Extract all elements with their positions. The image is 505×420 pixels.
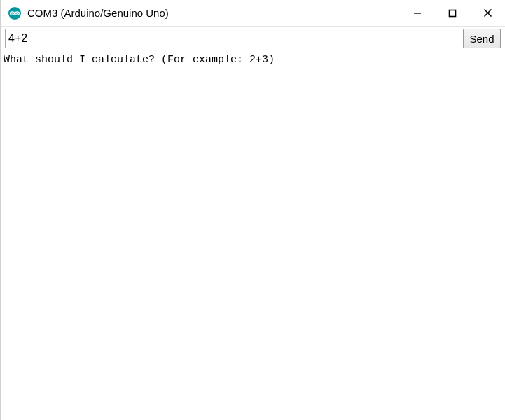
- input-bar: Send: [1, 27, 505, 50]
- minimize-button[interactable]: [400, 0, 435, 26]
- svg-rect-7: [450, 10, 456, 16]
- svg-line-8: [484, 10, 491, 17]
- serial-output: What should I calculate? (For example: 2…: [1, 50, 505, 420]
- serial-input[interactable]: [5, 29, 459, 48]
- arduino-icon: [8, 6, 22, 20]
- window-controls: [400, 0, 505, 26]
- window-title: COM3 (Arduino/Genuino Uno): [27, 7, 400, 19]
- titlebar: COM3 (Arduino/Genuino Uno): [1, 0, 505, 27]
- close-button[interactable]: [470, 0, 505, 26]
- maximize-button[interactable]: [435, 0, 470, 26]
- serial-monitor-window: COM3 (Arduino/Genuino Uno) Send: [0, 0, 505, 420]
- send-button[interactable]: Send: [463, 29, 501, 48]
- svg-line-9: [484, 10, 491, 17]
